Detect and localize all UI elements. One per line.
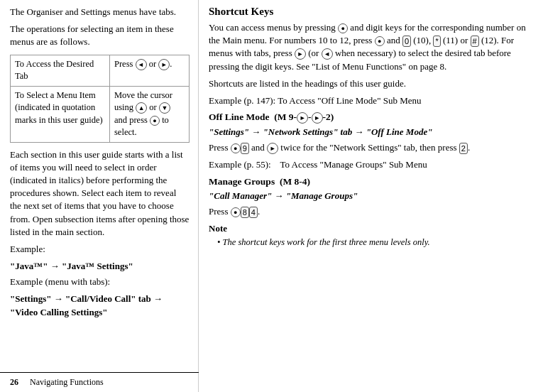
note-label: Note bbox=[209, 222, 533, 235]
subsection2-title: Manage Groups (M 8-4) bbox=[209, 176, 533, 187]
left-nav-icon: ◄ bbox=[322, 48, 333, 60]
menu-circle-key: ● bbox=[338, 23, 348, 33]
table-row-1: To Access the Desired Tab Press ◄ or ►. bbox=[11, 55, 189, 87]
select-key-icon: ● bbox=[150, 116, 160, 126]
key-8: 8 bbox=[241, 207, 249, 218]
right-icon-2: ► bbox=[312, 112, 323, 124]
table-cell-2-left: To Select a Menu Item (indicated in quot… bbox=[11, 87, 110, 142]
right-icon-1: ► bbox=[297, 112, 308, 124]
right-column: Shortcut Keys You can access menus by pr… bbox=[199, 0, 543, 392]
footer-section: Navigating Functions bbox=[30, 377, 104, 388]
example1: "Java™" → "Java™ Settings" bbox=[10, 260, 190, 273]
subsection1-press: Press ●9 and ► twice for the "Network Se… bbox=[209, 141, 533, 154]
section-title: Shortcut Keys bbox=[209, 6, 533, 18]
right-para2: Shortcuts are listed in the headings of … bbox=[209, 77, 533, 90]
circle-key-4: ● bbox=[231, 207, 241, 217]
table-cell-1-right: Press ◄ or ►. bbox=[110, 55, 189, 86]
subsection2-press: Press ●84. bbox=[209, 205, 533, 218]
page-footer: 26 Navigating Functions bbox=[0, 372, 199, 392]
page-number: 26 bbox=[10, 377, 18, 388]
right-arrow-icon: ► bbox=[158, 59, 170, 70]
right-para1: You can access menus by pressing ● and d… bbox=[209, 21, 533, 73]
example-menu-label: Example (menu with tabs): bbox=[10, 276, 190, 288]
example2: "Settings" → "Call/Video Call" tab → "Vi… bbox=[10, 293, 190, 318]
subsection1-title: Off Line Mode (M 9-►-►-2) bbox=[209, 111, 533, 124]
left-column: The Organiser and Settings menus have ta… bbox=[0, 0, 199, 392]
key-9: 9 bbox=[241, 143, 249, 154]
example-label: Example: bbox=[10, 243, 190, 256]
key-0: 0 bbox=[402, 36, 411, 47]
circle-key-3: ● bbox=[231, 143, 241, 153]
note-bullet: The shortcut keys work for the first thr… bbox=[209, 236, 533, 249]
example-p147: Example (p. 147): To Access "Off Line Mo… bbox=[209, 94, 533, 107]
up-arrow-icon: ▲ bbox=[136, 102, 147, 114]
left-para2: The operations for selecting an item in … bbox=[10, 23, 190, 48]
key-2: 2 bbox=[459, 143, 468, 154]
key-4: 4 bbox=[249, 207, 258, 218]
subsection1-path: "Settings" → "Network Settings" tab → "O… bbox=[209, 126, 533, 138]
navigation-table: To Access the Desired Tab Press ◄ or ►. … bbox=[10, 55, 190, 143]
example-p55: Example (p. 55): To Access "Manage Group… bbox=[209, 158, 533, 171]
right-nav-2: ► bbox=[267, 143, 278, 154]
right-nav-icon: ► bbox=[295, 48, 306, 60]
key-star: * bbox=[433, 36, 440, 47]
table-cell-2-right: Move the cursor using ▲ or ▼ and press ●… bbox=[110, 87, 189, 142]
left-para1: The Organiser and Settings menus have ta… bbox=[10, 6, 190, 18]
left-para3: Each section in this user guide starts w… bbox=[10, 148, 190, 239]
down-arrow-icon: ▼ bbox=[159, 102, 170, 114]
subsection2-path: "Call Manager" → "Manage Groups" bbox=[209, 190, 533, 202]
circle-key-2: ● bbox=[375, 36, 385, 46]
table-row-2: To Select a Menu Item (indicated in quot… bbox=[11, 87, 189, 142]
left-arrow-icon: ◄ bbox=[136, 59, 147, 70]
key-hash: # bbox=[471, 36, 479, 47]
table-cell-1-left: To Access the Desired Tab bbox=[11, 55, 110, 86]
